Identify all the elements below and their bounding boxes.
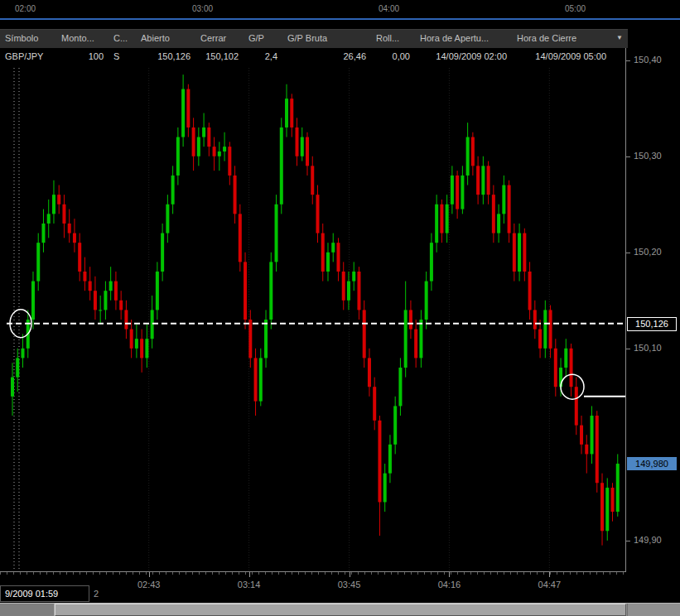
candlestick-chart[interactable] <box>7 68 625 571</box>
partial-time-tick-label: 2 <box>94 589 99 599</box>
candle-body <box>181 89 185 137</box>
minor-tick <box>272 572 272 575</box>
candle-body <box>487 166 490 195</box>
column-header[interactable]: Cerrar <box>195 30 244 48</box>
current-price-label: 149,980 <box>627 457 677 470</box>
candle-body <box>326 253 330 272</box>
candle-body <box>419 320 422 358</box>
candle-body <box>145 339 148 358</box>
candle-body <box>336 243 340 272</box>
column-header[interactable]: Abierto <box>136 30 195 48</box>
time-tick-label: 03:45 <box>338 580 361 590</box>
column-header[interactable]: Hora de Apertu... <box>415 30 512 48</box>
time-tick-label: 04:47 <box>538 580 562 590</box>
price-axis[interactable]: 150,40150,30150,20150,10149,90 <box>625 48 680 572</box>
minor-tick <box>537 572 538 575</box>
minor-tick <box>66 572 67 575</box>
candle-body <box>461 176 464 209</box>
minor-tick <box>265 572 266 575</box>
minor-tick <box>199 572 200 575</box>
candle-body <box>554 349 557 387</box>
minor-tick <box>331 572 332 575</box>
candle-body <box>176 137 180 176</box>
candle-body <box>331 243 335 253</box>
minor-tick <box>292 572 292 575</box>
minor-tick <box>99 572 100 575</box>
price-tick-label: 150,30 <box>634 151 662 161</box>
minor-tick <box>384 572 385 575</box>
chart-scrollbar[interactable] <box>0 603 680 616</box>
candle-body <box>363 310 366 358</box>
column-header[interactable]: G/P Bruta <box>282 30 371 48</box>
candle-body <box>393 406 397 444</box>
minor-tick <box>126 572 127 575</box>
minor-tick <box>391 572 392 575</box>
time-tick-label: 02:43 <box>137 580 161 590</box>
price-chart[interactable] <box>7 68 625 571</box>
column-header[interactable]: Roll... <box>371 30 415 48</box>
candle-body <box>234 176 237 214</box>
scrollbar-track-left[interactable] <box>0 604 55 616</box>
candle-body <box>119 301 123 310</box>
candle-body <box>57 195 60 205</box>
candle-body <box>248 320 252 358</box>
minor-tick <box>7 572 7 575</box>
column-header[interactable]: Hora de Cierre <box>512 30 611 48</box>
minor-tick <box>477 572 478 575</box>
candle-body <box>94 291 97 310</box>
candle-body <box>21 349 24 359</box>
position-cell: S <box>109 48 136 65</box>
cursor-time-label: 9/2009 01:59 <box>0 585 89 602</box>
minor-tick <box>298 572 299 575</box>
minor-tick <box>46 572 47 575</box>
minor-tick <box>212 572 213 575</box>
time-tick <box>249 572 250 577</box>
minor-tick <box>225 572 226 575</box>
candle-body <box>446 205 449 233</box>
minor-tick <box>596 572 597 575</box>
candle-body <box>207 128 210 147</box>
candle-body <box>518 233 521 272</box>
minor-tick <box>40 572 41 575</box>
minor-tick <box>245 572 246 575</box>
column-header[interactable]: C... <box>109 30 136 48</box>
candle-body <box>492 195 495 233</box>
candle-body <box>481 166 485 195</box>
minor-tick <box>437 572 438 575</box>
minor-tick <box>504 572 504 575</box>
column-header[interactable]: G/P <box>244 30 282 48</box>
candle-body <box>357 272 360 310</box>
candle-body <box>166 205 169 233</box>
column-header[interactable]: Símbolo <box>0 30 56 48</box>
minor-tick <box>192 572 193 575</box>
candle-body <box>373 387 376 421</box>
position-row[interactable]: GBP/JPY100S150,126150,1022,426,460,0014/… <box>0 48 628 65</box>
candle-body <box>575 387 578 425</box>
upper-time-label: 02:00 <box>15 4 36 13</box>
time-tick <box>549 572 550 577</box>
minor-tick <box>311 572 312 575</box>
candle-body <box>342 272 345 301</box>
column-chooser-icon[interactable]: ▼ <box>611 30 628 48</box>
candle-body <box>192 128 195 156</box>
price-tick-label: 150,40 <box>634 55 662 65</box>
candle-body <box>239 214 242 262</box>
position-cell: 150,102 <box>195 48 244 65</box>
candle-body <box>285 99 288 128</box>
position-cell: 14/09/2009 05:00 <box>512 48 611 65</box>
candle-body <box>591 416 594 454</box>
minor-tick <box>457 572 458 575</box>
minor-tick <box>557 572 557 575</box>
minor-tick <box>166 572 166 575</box>
minor-tick <box>543 572 544 575</box>
candle-body <box>466 137 470 176</box>
candle-body <box>611 488 615 512</box>
candle-body <box>508 185 511 233</box>
scrollbar-thumb[interactable] <box>55 604 626 616</box>
pane-splitter[interactable] <box>0 18 680 20</box>
column-header[interactable]: Monto... <box>56 30 109 48</box>
minor-tick <box>285 572 286 575</box>
minor-tick <box>404 572 405 575</box>
minor-tick <box>570 572 571 575</box>
minor-tick <box>325 572 326 575</box>
